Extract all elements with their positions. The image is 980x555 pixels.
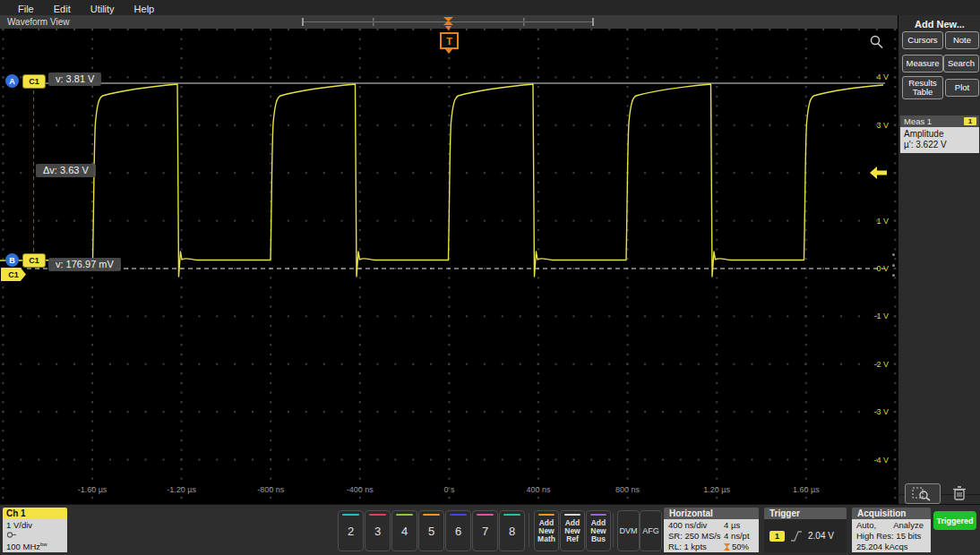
acquisition-resolution: High Res: 15 bits <box>852 531 931 542</box>
voltage-axis-label: -1 V <box>853 312 889 320</box>
channel-7-button[interactable]: 7 <box>472 510 498 551</box>
measurement-value: µ': 3.622 V <box>904 140 976 150</box>
add-results-table-button[interactable]: Results Table <box>902 76 943 99</box>
channel-color-line <box>503 514 520 516</box>
time-axis-label: -1.20 µs <box>167 485 196 494</box>
horizontal-label: RL: 1 kpts <box>668 542 724 552</box>
channel-color-line <box>369 514 386 516</box>
divider <box>613 513 614 547</box>
waveform-view: Waveform View A C1 v: 3.81 V Δv: 3.63 V … <box>0 15 898 504</box>
ch1-waveform-trace <box>0 84 883 277</box>
horizontal-row: 400 ns/div4 µs <box>664 520 759 531</box>
time-axis-label: -800 ns <box>257 485 284 494</box>
time-axis-label: 800 ns <box>615 485 640 494</box>
cursor-a-badge[interactable]: A <box>5 74 19 88</box>
add-search-button[interactable]: Search <box>943 55 979 73</box>
zoom-box-icon <box>912 487 933 501</box>
time-axis-label: 1.60 µs <box>793 485 820 494</box>
horizontal-label: 400 ns/div <box>668 520 724 531</box>
measurement-title: Meas 1 <box>904 116 932 126</box>
trash-icon <box>952 485 967 501</box>
zoom-mode-button[interactable] <box>905 483 941 504</box>
add-plot-button[interactable]: Plot <box>945 79 979 97</box>
waveform-view-title: Waveform View <box>0 15 69 29</box>
ch1-badge-body[interactable]: 1 V/div 100 MHzbw <box>3 519 67 552</box>
horizontal-value: 4 ns/pt <box>724 531 754 542</box>
acquisition-count: 25.204 kAcqs <box>852 542 931 552</box>
add-color-line <box>538 514 554 516</box>
add-new-ref-button[interactable]: AddNewRef <box>560 510 585 551</box>
add-color-line <box>590 514 606 516</box>
voltage-axis-label: -2 V <box>853 360 889 369</box>
panel-splitter-handle[interactable] <box>890 253 897 277</box>
horizontal-row: RL: 1 kpts50% <box>664 542 759 552</box>
acquisition-title: Acquisition <box>852 508 931 519</box>
horizontal-label: SR: 250 MS/s <box>668 531 724 542</box>
channel-color-line <box>450 514 467 516</box>
afg-button[interactable]: AFG <box>640 510 662 551</box>
cursor-a-readout: v: 3.81 V <box>48 73 101 86</box>
cursor-b-badge[interactable]: B <box>5 253 19 267</box>
trigger-source-chip: 1 <box>769 531 785 542</box>
bandwidth-limit-icon: bw <box>40 542 47 547</box>
channel-2-button[interactable]: 2 <box>338 510 364 551</box>
voltage-axis-label: -4 V <box>853 456 889 465</box>
channel-8-button[interactable]: 8 <box>499 510 525 551</box>
rising-edge-icon <box>790 531 803 542</box>
voltage-axis-label: 0 V <box>853 264 889 273</box>
cursor-b-channel-badge[interactable]: C1 <box>22 253 46 268</box>
horizontal-title: Horizontal <box>664 508 759 519</box>
horizontal-row: SR: 250 MS/s4 ns/pt <box>664 531 759 542</box>
channel-color-line <box>396 514 413 516</box>
measurement-badge[interactable]: Meas 1 1 Amplitude µ': 3.622 V <box>900 115 979 153</box>
measurement-source-chip: 1 <box>964 117 976 125</box>
time-axis-label: 400 ns <box>526 485 550 494</box>
add-new-bus-button[interactable]: AddNewBus <box>586 510 611 551</box>
time-axis-label: 0 s <box>443 485 454 494</box>
divider <box>529 513 529 547</box>
cursor-b-readout: v: 176.97 mV <box>48 258 121 271</box>
settings-bar: Ch 1 1 V/div 100 MHzbw 2345678 AddNewMat… <box>0 504 980 555</box>
trigger-badge[interactable]: Trigger 1 2.04 V <box>764 508 847 552</box>
trigger-status-badge: Triggered <box>933 511 976 530</box>
ch1-badge-tab[interactable]: Ch 1 <box>3 508 67 519</box>
horizontal-position-icon <box>724 543 730 551</box>
probe-icon <box>6 531 67 539</box>
cursor-delta-readout: Δv: 3.63 V <box>36 164 96 177</box>
horizontal-value: 50% <box>724 542 754 552</box>
channel-6-button[interactable]: 6 <box>445 510 471 551</box>
channel-color-line <box>423 514 440 516</box>
voltage-axis-label: 1 V <box>853 217 889 226</box>
channel-5-button[interactable]: 5 <box>418 510 444 551</box>
add-note-button[interactable]: Note <box>945 31 979 49</box>
add-measure-button[interactable]: Measure <box>902 55 943 73</box>
ch1-bandwidth: 100 MHz <box>6 542 40 551</box>
measurement-name: Amplitude <box>904 129 976 140</box>
cursor-a-channel-badge[interactable]: C1 <box>22 74 46 89</box>
add-new-title: Add New... <box>898 19 980 30</box>
channel-4-button[interactable]: 4 <box>391 510 417 551</box>
dvm-button[interactable]: DVM <box>617 510 640 551</box>
time-axis-label: -400 ns <box>347 485 374 494</box>
ch1-scale: 1 V/div <box>6 520 67 531</box>
graticule[interactable]: A C1 v: 3.81 V Δv: 3.63 V B C1 v: 176.97… <box>0 29 898 504</box>
time-axis-label: -1.60 µs <box>78 485 107 494</box>
oscilloscope-app: { "menu": {"items": ["File", "Edit", "Ut… <box>0 0 980 555</box>
trigger-level-value: 2.04 V <box>808 531 834 541</box>
add-color-line <box>564 514 580 516</box>
add-cursors-button[interactable]: Cursors <box>902 31 943 49</box>
acquisition-mode: Auto, <box>856 520 876 531</box>
waveform-canvas <box>0 29 898 504</box>
acquisition-badge[interactable]: Acquisition Auto, Analyze High Res: 15 b… <box>852 508 931 552</box>
delete-button[interactable] <box>948 483 971 502</box>
horizontal-value: 4 µs <box>724 520 754 531</box>
voltage-axis-label: 4 V <box>853 73 889 81</box>
channel-3-button[interactable]: 3 <box>365 510 391 551</box>
voltage-axis-label: 3 V <box>853 121 889 130</box>
channel-color-line <box>342 514 359 516</box>
horizontal-badge[interactable]: Horizontal 400 ns/div4 µsSR: 250 MS/s4 n… <box>664 508 759 552</box>
trigger-title: Trigger <box>764 508 847 519</box>
results-bar: Add New... Cursors Note Measure Search R… <box>898 15 980 504</box>
trigger-position-flag[interactable]: T <box>440 32 459 49</box>
add-new-math-button[interactable]: AddNewMath <box>534 510 559 551</box>
